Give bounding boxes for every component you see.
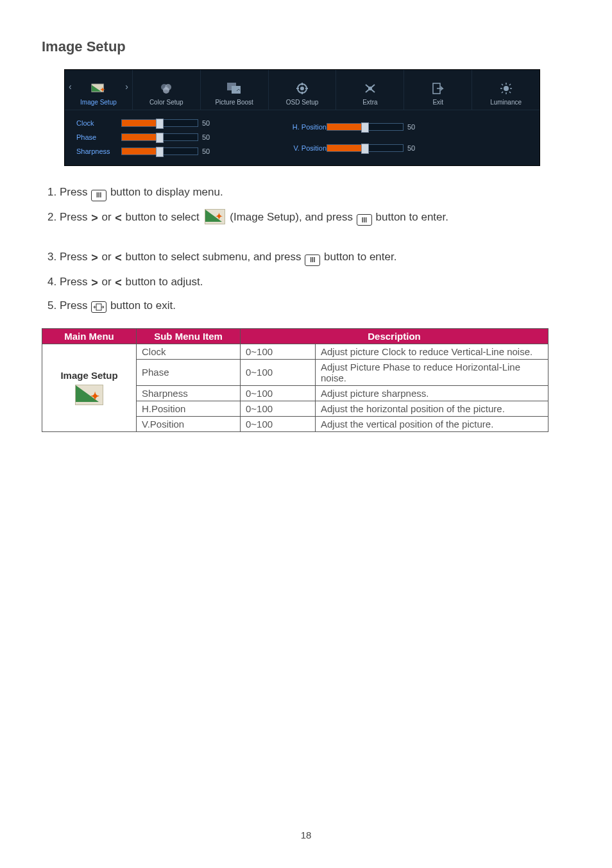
osd-screenshot: ‹ ✦ Image Setup › Color Setup Picture Bo… — [64, 69, 540, 166]
steps-list: Press III button to display menu. Press … — [42, 184, 570, 314]
arrow-left-icon: ‹ — [69, 81, 72, 92]
osd-tab-label: OSD Setup — [286, 99, 319, 106]
osd-item-phase[interactable]: Phase — [76, 133, 121, 141]
osd-tab-osd-setup[interactable]: OSD Setup — [269, 70, 337, 110]
step-text: or — [99, 211, 115, 223]
svg-line-26 — [502, 92, 503, 93]
color-setup-icon — [159, 81, 173, 96]
step-text: Press — [60, 186, 90, 198]
osd-tab-label: Luminance — [490, 99, 522, 106]
desc-cell: Adjust Picture Phase to reduce Horizonta… — [316, 359, 548, 385]
slider-vposition[interactable] — [327, 144, 404, 152]
osd-tab-label: Color Setup — [149, 99, 183, 106]
step-text: button to enter. — [321, 251, 396, 263]
value-clock: 50 — [198, 119, 217, 127]
osd-item-hposition[interactable]: H. Position — [256, 123, 327, 131]
osd-left-column: Clock 50 Phase 50 Sharpness 50 — [76, 119, 217, 155]
osd-tab-extra[interactable]: Extra — [336, 70, 404, 110]
sub-cell: Clock — [137, 344, 241, 359]
svg-rect-27 — [96, 304, 101, 310]
range-cell: 0~100 — [241, 359, 316, 385]
arrow-right-icon: › — [125, 81, 128, 92]
exit-icon — [431, 81, 445, 96]
range-cell: 0~100 — [241, 344, 316, 359]
image-setup-icon: ✦ — [75, 385, 103, 405]
value-sharpness: 50 — [198, 147, 217, 155]
osd-right-column: H. Position 50 V. Position 50 — [256, 119, 423, 155]
osd-setup-icon — [295, 81, 309, 96]
step-text: (Image Setup), and press — [227, 211, 356, 223]
osd-item-sharpness[interactable]: Sharpness — [76, 147, 121, 155]
page-number: 18 — [42, 830, 570, 840]
slider-phase[interactable] — [121, 133, 198, 141]
step-text: Press — [60, 276, 90, 288]
slider-hposition[interactable] — [327, 123, 404, 131]
step-text: button to exit. — [107, 299, 176, 312]
osd-tab-label: Image Setup — [80, 99, 117, 106]
osd-tab-picture-boost[interactable]: Picture Boost — [201, 70, 269, 110]
svg-point-9 — [300, 87, 304, 90]
table-row: Image Setup ✦ Clock 0~100 Adjust picture… — [42, 344, 548, 359]
step-text: or — [99, 276, 115, 288]
svg-point-16 — [368, 87, 372, 90]
desc-cell: Adjust picture sharpness. — [316, 385, 548, 401]
step-text: Press — [60, 211, 90, 223]
osd-tabs: ‹ ✦ Image Setup › Color Setup Picture Bo… — [65, 70, 540, 110]
menu-button-icon: III — [91, 190, 106, 201]
section-title: Image Setup — [42, 38, 570, 55]
step-text: button to enter. — [373, 211, 448, 223]
osd-item-clock[interactable]: Clock — [76, 119, 121, 127]
step-text: button to display menu. — [107, 186, 223, 198]
osd-item-vposition[interactable]: V. Position — [256, 144, 327, 152]
range-cell: 0~100 — [241, 416, 316, 431]
step-text: Press — [60, 251, 90, 263]
step-text: button to adjust. — [123, 276, 203, 288]
main-menu-cell: Image Setup ✦ — [42, 344, 137, 431]
step-text: button to select — [123, 211, 203, 223]
svg-line-25 — [509, 84, 511, 85]
range-cell: 0~100 — [241, 385, 316, 401]
sub-cell: V.Position — [137, 416, 241, 431]
osd-tab-image-setup[interactable]: ‹ ✦ Image Setup › — [65, 70, 133, 110]
sub-cell: Phase — [137, 359, 241, 385]
image-setup-icon: ✦ — [205, 209, 225, 224]
svg-point-18 — [504, 86, 509, 91]
desc-cell: Adjust picture Clock to reduce Vertical-… — [316, 344, 548, 359]
step-text: button to select submenu, and press — [123, 251, 305, 263]
osd-tab-exit[interactable]: Exit — [404, 70, 472, 110]
step-2: Press > or < button to select ✦ (Image S… — [60, 209, 570, 226]
th-main-menu: Main Menu — [42, 328, 137, 344]
sub-cell: H.Position — [137, 401, 241, 416]
step-4: Press > or < button to adjust. — [60, 274, 570, 290]
sub-cell: Sharpness — [137, 385, 241, 401]
step-1: Press III button to display menu. — [60, 184, 570, 201]
step-text: or — [99, 251, 115, 263]
value-phase: 50 — [198, 133, 217, 141]
extra-icon — [363, 81, 377, 96]
auto-button-icon — [91, 301, 106, 313]
osd-tab-color-setup[interactable]: Color Setup — [133, 70, 201, 110]
menu-button-icon: III — [305, 255, 320, 266]
osd-tab-label: Extra — [362, 99, 377, 106]
osd-body: Clock 50 Phase 50 Sharpness 50 H. Positi… — [65, 110, 540, 165]
osd-tab-label: Picture Boost — [215, 99, 253, 106]
step-5: Press button to exit. — [60, 297, 570, 314]
svg-text:✦: ✦ — [101, 87, 106, 94]
desc-cell: Adjust the vertical position of the pict… — [316, 416, 548, 431]
osd-tab-label: Exit — [432, 99, 443, 106]
value-hposition: 50 — [404, 123, 423, 131]
range-cell: 0~100 — [241, 401, 316, 416]
desc-cell: Adjust the horizontal position of the pi… — [316, 401, 548, 416]
svg-point-5 — [163, 87, 169, 94]
main-menu-label: Image Setup — [60, 370, 117, 381]
menu-button-icon: III — [357, 214, 372, 226]
slider-sharpness[interactable] — [121, 147, 198, 155]
step-text: Press — [60, 299, 90, 312]
svg-line-24 — [509, 92, 511, 93]
osd-tab-luminance[interactable]: Luminance — [472, 70, 540, 110]
value-vposition: 50 — [404, 144, 423, 152]
slider-clock[interactable] — [121, 119, 198, 127]
settings-table: Main Menu Sub Menu Item Description Imag… — [42, 328, 548, 432]
th-description: Description — [241, 328, 548, 344]
luminance-icon — [499, 81, 513, 96]
